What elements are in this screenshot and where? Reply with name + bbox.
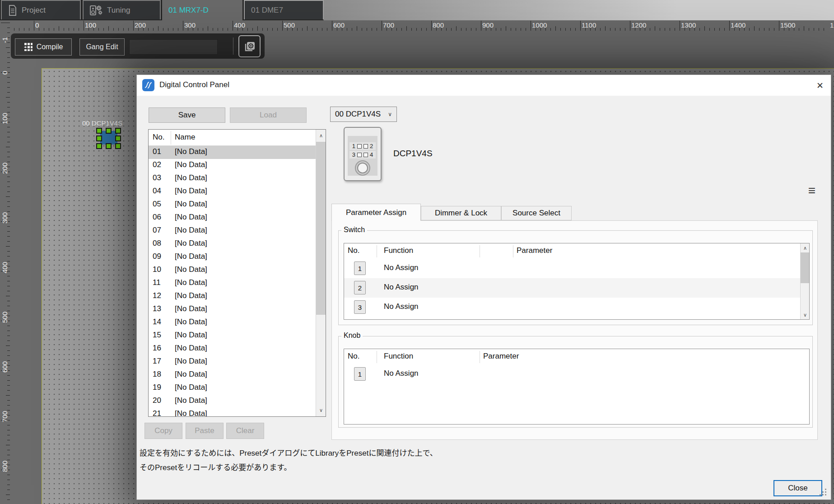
- switch-scrollbar[interactable]: ∧ ∨: [800, 243, 809, 319]
- library-row[interactable]: 03[No Data]: [149, 172, 316, 185]
- library-row[interactable]: 17[No Data]: [149, 355, 316, 369]
- selection-handle[interactable]: [106, 143, 112, 149]
- scroll-up-icon[interactable]: ∧: [316, 130, 326, 142]
- selection-handle[interactable]: [115, 135, 121, 141]
- library-row[interactable]: 05[No Data]: [149, 198, 316, 211]
- library-row-name: [No Data]: [175, 173, 207, 182]
- tab-source-select[interactable]: Source Select: [501, 206, 572, 220]
- copy-button[interactable]: Copy: [144, 423, 182, 439]
- ruler-label: 1500: [780, 21, 795, 29]
- scrollbar-thumb[interactable]: [316, 142, 326, 315]
- save-button[interactable]: Save: [149, 107, 225, 123]
- library-row[interactable]: 14[No Data]: [149, 316, 316, 329]
- toolbar-input[interactable]: [129, 39, 218, 55]
- library-row[interactable]: 01[No Data]: [149, 146, 316, 159]
- assign-row-clipped[interactable]: [344, 317, 800, 319]
- library-col-name: Name: [175, 133, 195, 142]
- library-row[interactable]: 06[No Data]: [149, 211, 316, 224]
- library-row[interactable]: 09[No Data]: [149, 251, 316, 264]
- knob-table-header: No. Function Parameter: [344, 349, 809, 364]
- tab-project[interactable]: Project: [1, 0, 81, 19]
- ruler-tick: [7, 385, 10, 386]
- library-row[interactable]: 08[No Data]: [149, 238, 316, 251]
- library-row[interactable]: 15[No Data]: [149, 329, 316, 342]
- tab-mrx7d[interactable]: 01 MRX7-D: [162, 0, 242, 20]
- assign-number-button[interactable]: 1: [354, 261, 366, 275]
- ruler-label: 200: [1, 163, 9, 174]
- ruler-tick: [113, 28, 114, 31]
- assign-row[interactable]: 2No Assign: [344, 278, 800, 298]
- tab-parameter-assign[interactable]: Parameter Assign: [331, 204, 421, 221]
- library-row[interactable]: 04[No Data]: [149, 185, 316, 198]
- digital-control-panel-dialog: Digital Control Panel ✕ Save Load 00 DCP…: [136, 75, 831, 500]
- dialog-titlebar[interactable]: Digital Control Panel ✕: [137, 75, 831, 96]
- close-icon[interactable]: ✕: [814, 79, 826, 91]
- load-button[interactable]: Load: [230, 107, 307, 123]
- compile-icon: [24, 42, 33, 51]
- ruler-label: 200: [135, 21, 146, 29]
- menu-icon[interactable]: ≡: [806, 185, 818, 196]
- assign-row[interactable]: 1No Assign: [344, 259, 800, 278]
- ruler-tick: [7, 82, 10, 83]
- close-button[interactable]: Close: [773, 480, 822, 496]
- device-selector[interactable]: 00 DCP1V4S ∨: [330, 107, 397, 122]
- selection-handle[interactable]: [96, 128, 102, 134]
- ruler-tick: [774, 28, 774, 31]
- ruler-tick: [213, 28, 213, 31]
- selection-handle[interactable]: [96, 143, 102, 149]
- resize-grip[interactable]: [825, 494, 826, 495]
- ruler-tick: [7, 425, 10, 425]
- paste-button[interactable]: Paste: [186, 423, 224, 439]
- selection-handle[interactable]: [115, 128, 121, 134]
- library-row[interactable]: 21[No Data]: [149, 408, 316, 417]
- assign-row[interactable]: 3No Assign: [344, 298, 800, 317]
- assign-function: No Assign: [384, 263, 419, 272]
- ruler-tick: [7, 191, 10, 192]
- ruler-tick: [357, 26, 357, 31]
- device-settings-button[interactable]: [238, 35, 261, 57]
- scroll-down-icon[interactable]: ∨: [316, 404, 326, 416]
- library-row[interactable]: 12[No Data]: [149, 290, 316, 303]
- ruler-tick: [6, 345, 10, 346]
- selection-handle[interactable]: [96, 135, 102, 141]
- tab-dme7[interactable]: 01 DME7: [244, 0, 324, 19]
- gang-edit-button[interactable]: Gang Edit: [79, 38, 125, 56]
- ruler-tick: [322, 28, 322, 31]
- assign-number-button[interactable]: 1: [354, 367, 366, 381]
- assign-number-button[interactable]: 2: [354, 281, 366, 294]
- clear-button[interactable]: Clear: [226, 423, 264, 439]
- ruler-tick: [575, 28, 576, 31]
- ruler-tick: [54, 28, 54, 31]
- compile-button[interactable]: Compile: [15, 38, 72, 56]
- library-row[interactable]: 07[No Data]: [149, 224, 316, 238]
- library-row[interactable]: 16[No Data]: [149, 342, 316, 355]
- tab-label: Tuning: [107, 6, 130, 15]
- library-row[interactable]: 20[No Data]: [149, 395, 316, 408]
- library-row[interactable]: 02[No Data]: [149, 159, 316, 172]
- ruler-tick: [377, 28, 377, 31]
- library-row[interactable]: 18[No Data]: [149, 369, 316, 382]
- ruler-tick: [6, 147, 10, 147]
- ruler-tick: [228, 28, 228, 31]
- assign-number-button[interactable]: 3: [354, 300, 366, 314]
- scroll-down-icon[interactable]: ∨: [801, 310, 810, 319]
- library-row[interactable]: 10[No Data]: [149, 264, 316, 277]
- ruler-tick: [665, 28, 665, 31]
- assign-row[interactable]: 1No Assign: [344, 364, 800, 384]
- ruler-tick: [218, 28, 218, 31]
- ruler-tick: [74, 28, 74, 31]
- ruler-tick: [34, 21, 34, 31]
- selection-handle[interactable]: [106, 128, 112, 134]
- library-scrollbar[interactable]: ∧ ∨: [316, 130, 326, 416]
- library-row[interactable]: 19[No Data]: [149, 382, 316, 395]
- ruler-tick: [6, 246, 10, 247]
- library-row[interactable]: 13[No Data]: [149, 303, 316, 316]
- library-row-name: [No Data]: [175, 278, 207, 287]
- selection-handle[interactable]: [115, 143, 121, 149]
- tab-tuning[interactable]: Tuning: [83, 0, 161, 19]
- scroll-up-icon[interactable]: ∧: [801, 243, 810, 252]
- scrollbar-thumb[interactable]: [801, 252, 810, 283]
- tab-dimmer-lock[interactable]: Dimmer & Lock: [421, 206, 501, 220]
- canvas-device-dcp1v4s[interactable]: 00 DCP1V4S: [96, 118, 123, 150]
- library-row[interactable]: 11[No Data]: [149, 277, 316, 290]
